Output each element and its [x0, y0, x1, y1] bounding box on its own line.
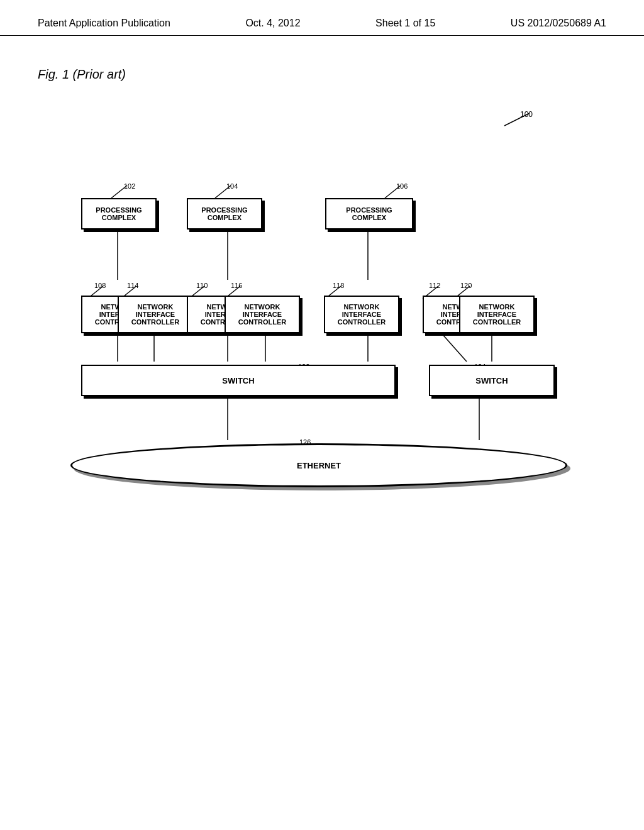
ref-106: 106 [396, 182, 408, 190]
ref-110: 110 [196, 282, 208, 289]
header-publication: Patent Application Publication [38, 18, 170, 29]
ref-102: 102 [124, 182, 135, 190]
diagram-container: 100 102 PROCESSINGCOMPLEX 104 PROCESSING… [52, 107, 592, 547]
svg-line-22 [441, 333, 467, 362]
ref-100: 100 [520, 110, 533, 119]
ref-112: 112 [429, 282, 440, 289]
box-processing-complex-104: PROCESSINGCOMPLEX [187, 198, 262, 230]
ref-108: 108 [94, 282, 106, 289]
page-header: Patent Application Publication Oct. 4, 2… [0, 0, 644, 36]
ref-116: 116 [231, 282, 242, 289]
ref-120: 120 [460, 282, 472, 289]
box-switch-122: SWITCH [81, 365, 396, 396]
ethernet-oval: ETHERNET [70, 443, 567, 487]
box-nic-118: NETWORKINTERFACECONTROLLER [324, 296, 399, 333]
header-sheet: Sheet 1 of 15 [375, 18, 435, 29]
ref-118: 118 [333, 282, 344, 289]
box-nic-114: NETWORKINTERFACECONTROLLER [118, 296, 193, 333]
box-processing-complex-106: PROCESSINGCOMPLEX [325, 198, 413, 230]
box-nic-116: NETWORKINTERFACECONTROLLER [225, 296, 300, 333]
ref-114: 114 [127, 282, 138, 289]
ref-104: 104 [226, 182, 238, 190]
page-content: Fig. 1 (Prior art) [0, 36, 644, 566]
header-patent-number: US 2012/0250689 A1 [511, 18, 606, 29]
box-nic-120: NETWORKINTERFACECONTROLLER [459, 296, 535, 333]
box-switch-124: SWITCH [429, 365, 555, 396]
header-date: Oct. 4, 2012 [245, 18, 300, 29]
figure-label: Fig. 1 (Prior art) [38, 67, 606, 82]
box-processing-complex-102: PROCESSINGCOMPLEX [81, 198, 157, 230]
